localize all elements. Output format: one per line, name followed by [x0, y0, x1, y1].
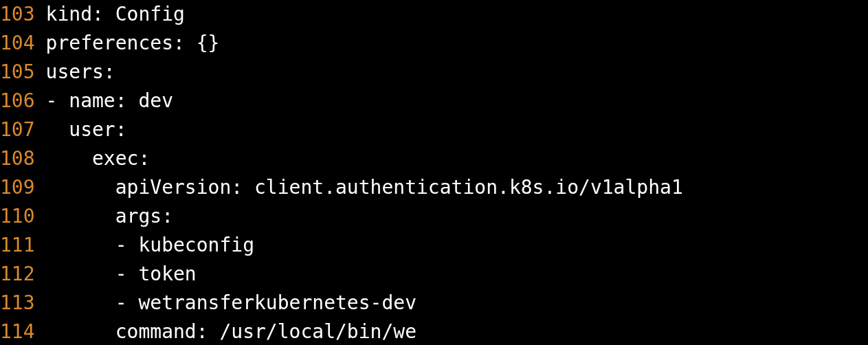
line-content: - wetransferkubernetes-dev: [46, 289, 416, 318]
code-line: 112 - token: [0, 260, 868, 289]
line-number: 111: [0, 231, 46, 260]
line-number: 106: [0, 87, 46, 115]
line-number: 107: [0, 115, 46, 144]
line-number: 108: [0, 144, 46, 173]
code-line: 110 args:: [0, 202, 868, 231]
line-number: 114: [0, 318, 46, 345]
code-line: 105 users:: [0, 58, 868, 87]
line-number: 103: [0, 0, 46, 29]
line-content: - token: [46, 260, 197, 289]
line-number: 109: [0, 173, 46, 202]
code-line: 108 exec:: [0, 144, 868, 173]
line-content: - name: dev: [46, 87, 173, 115]
line-number: 104: [0, 29, 46, 58]
code-line: 104 preferences: {}: [0, 29, 868, 58]
line-content: user:: [46, 115, 127, 144]
code-line: 107 user:: [0, 115, 868, 144]
line-number: 105: [0, 58, 46, 87]
code-editor[interactable]: 103 kind: Config 104 preferences: {} 105…: [0, 0, 868, 345]
line-content: preferences: {}: [46, 29, 220, 58]
line-content: command: /usr/local/bin/we: [46, 318, 416, 345]
line-content: apiVersion: client.authentication.k8s.io…: [46, 173, 683, 202]
code-line: 114 command: /usr/local/bin/we: [0, 318, 868, 345]
code-line: 106 - name: dev: [0, 87, 868, 115]
code-line: 103 kind: Config: [0, 0, 868, 29]
line-content: - kubeconfig: [46, 231, 254, 260]
line-content: exec:: [46, 144, 151, 173]
line-content: users:: [46, 58, 115, 87]
code-line: 113 - wetransferkubernetes-dev: [0, 289, 868, 318]
line-number: 110: [0, 202, 46, 231]
line-content: kind: Config: [46, 0, 185, 29]
code-line: 109 apiVersion: client.authentication.k8…: [0, 173, 868, 202]
line-number: 112: [0, 260, 46, 289]
line-content: args:: [46, 202, 173, 231]
code-line: 111 - kubeconfig: [0, 231, 868, 260]
line-number: 113: [0, 289, 46, 318]
